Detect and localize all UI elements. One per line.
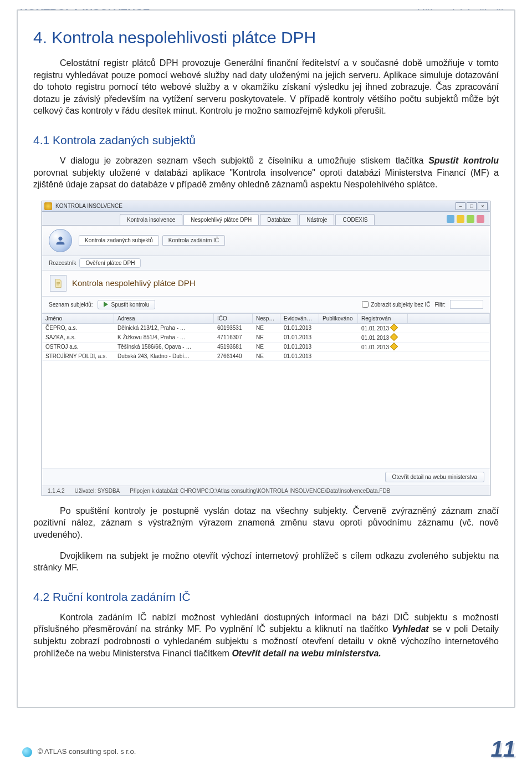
show-without-ic-checkbox[interactable]: Zobrazit subjekty bez IČ <box>362 301 430 308</box>
table-cell: OSTROJ a.s. <box>42 343 114 351</box>
table-cell: 60193531 <box>214 324 253 333</box>
filter-input[interactable] <box>450 300 483 309</box>
table-cell: NE <box>253 324 280 333</box>
table-cell: NE <box>253 333 280 342</box>
table-cell <box>408 324 490 333</box>
status-bar: 1.1.4.2 Uživatel: SYSDBA Připojen k data… <box>42 486 490 496</box>
table-cell <box>319 352 358 360</box>
col-publikovano[interactable]: Publikováno <box>319 314 358 323</box>
table-cell: 01.01.2013 <box>358 324 408 333</box>
show-without-ic-label: Zobrazit subjekty bez IČ <box>371 302 430 308</box>
warning-icon <box>390 324 398 332</box>
tab-nespolehlivy-platce[interactable]: Nespolehlivý plátce DPH <box>183 214 259 225</box>
play-icon <box>104 302 108 307</box>
list-label: Seznam subjektů: <box>49 302 93 308</box>
table-cell <box>408 343 490 351</box>
run-control-label: Spustit kontrolu <box>111 302 150 308</box>
breadcrumb: Rozcestník Ověření plátce DPH <box>42 256 490 271</box>
window-titlebar: KONTROLA INSOLVENCE – □ × <box>42 201 490 212</box>
quick-icon-1[interactable] <box>447 215 454 223</box>
subjects-grid: Jméno Adresa IČO Nesp… Evidován… Publiko… <box>42 313 490 468</box>
section-41-paragraph: V dialogu je zobrazen seznam všech subje… <box>33 155 499 191</box>
section-41-title: 4.1 Kontrola zadaných subjektů <box>33 134 499 147</box>
tab-kontrola-insolvence[interactable]: Kontrola insolvence <box>120 214 182 225</box>
col-spacer <box>408 314 490 323</box>
table-cell <box>319 333 358 342</box>
table-cell: 01.01.2013 <box>280 324 319 333</box>
quick-icon-2[interactable] <box>457 215 464 223</box>
table-cell: STROJÍRNY POLDI, a.s. <box>42 352 114 360</box>
window-title: KONTROLA INSOLVENCE <box>55 203 122 209</box>
table-row[interactable]: SAZKA, a.s.K Žižkovu 851/4, Praha - …471… <box>42 333 490 343</box>
filter-label: Filtr: <box>435 302 446 308</box>
section-41-bold: Spustit kontrolu <box>428 156 499 165</box>
tab-nastroje[interactable]: Nástroje <box>299 214 334 225</box>
tab-databaze[interactable]: Databáze <box>260 214 298 225</box>
table-cell: K Žižkovu 851/4, Praha - … <box>114 333 214 342</box>
module-icon <box>49 229 72 252</box>
footer: © ATLAS consulting spol. s r.o. <box>22 747 136 757</box>
table-cell: NE <box>253 343 280 351</box>
tab-codexis[interactable]: CODEXIS <box>335 214 375 225</box>
show-without-ic-input[interactable] <box>362 301 369 308</box>
breadcrumb-label: Rozcestník <box>49 260 76 266</box>
footer-button-row: Otevřít detail na webu ministerstva <box>42 468 490 486</box>
sub-toolbar: Kontrola zadaných subjektů Kontrola zadá… <box>42 226 490 256</box>
section-41-rest: porovnat subjekty uložené v databázi apl… <box>33 168 499 190</box>
table-row[interactable]: STROJÍRNY POLDI, a.s.Dubská 243, Kladno … <box>42 352 490 361</box>
col-nesp[interactable]: Nesp… <box>253 314 280 323</box>
panel-icon <box>50 275 66 292</box>
table-cell: Těšínská 1586/66, Opava - … <box>114 343 214 351</box>
close-button[interactable]: × <box>478 202 488 210</box>
panel-title-row: Kontrola nespolehlivý plátce DPH <box>42 271 490 297</box>
table-cell <box>408 352 490 360</box>
subtab-kontrola-ic[interactable]: Kontrola zadáním IČ <box>162 235 225 246</box>
footer-globe-icon <box>22 747 32 757</box>
run-control-button[interactable]: Spustit kontrolu <box>98 300 156 309</box>
app-screenshot: KONTROLA INSOLVENCE – □ × Kontrola insol… <box>42 201 490 496</box>
col-address[interactable]: Adresa <box>114 314 214 323</box>
col-name[interactable]: Jméno <box>42 314 114 323</box>
col-evidovan[interactable]: Evidován… <box>280 314 319 323</box>
table-cell: 01.01.2013 <box>358 343 408 351</box>
after-screenshot-p1: Po spuštění kontroly je postupně vyslán … <box>33 505 499 541</box>
toolbar-quick-icons <box>447 215 484 223</box>
after-screenshot-p2: Dvojklikem na subjekt je možno otevřít v… <box>33 550 499 574</box>
table-cell: Dělnická 213/12, Praha - … <box>114 324 214 333</box>
status-connection: Připojen k databázi: CHROMPC:D:\Atlas co… <box>130 488 390 494</box>
section-42-title: 4.2 Ruční kontrola zadáním IČ <box>33 590 499 604</box>
grid-body: ČEPRO, a.s.Dělnická 213/12, Praha - …601… <box>42 324 490 468</box>
quick-icon-4[interactable] <box>477 215 484 223</box>
table-cell: 45193681 <box>214 343 253 351</box>
breadcrumb-chip[interactable]: Ověření plátce DPH <box>79 258 141 268</box>
col-ico[interactable]: IČO <box>214 314 253 323</box>
section-42-paragraph: Kontrola zadáním IČ nabízí možnost vyhle… <box>33 611 499 659</box>
quick-icon-3[interactable] <box>467 215 474 223</box>
col-registrovan[interactable]: Registrován <box>358 314 408 323</box>
page-number: 11 <box>491 737 516 762</box>
warning-icon <box>390 333 398 341</box>
table-cell <box>358 352 408 360</box>
main-tabstrip: Kontrola insolvence Nespolehlivý plátce … <box>42 212 490 226</box>
grid-header: Jméno Adresa IČO Nesp… Evidován… Publiko… <box>42 313 490 324</box>
intro-paragraph: Celostátní registr plátců DPH provozuje … <box>33 57 499 117</box>
open-detail-button[interactable]: Otevřít detail na webu ministerstva <box>385 472 484 482</box>
table-row[interactable]: OSTROJ a.s.Těšínská 1586/66, Opava - …45… <box>42 343 490 352</box>
table-cell <box>319 324 358 333</box>
table-cell: 47116307 <box>214 333 253 342</box>
minimize-button[interactable]: – <box>456 202 466 210</box>
table-row[interactable]: ČEPRO, a.s.Dělnická 213/12, Praha - …601… <box>42 324 490 333</box>
subtab-kontrola-zadanych[interactable]: Kontrola zadaných subjektů <box>79 235 159 246</box>
footer-text: © ATLAS consulting spol. s r.o. <box>38 747 136 756</box>
document-icon <box>53 278 63 288</box>
table-cell: 01.01.2013 <box>358 333 408 342</box>
table-cell: 27661440 <box>214 352 253 360</box>
panel-title: Kontrola nespolehlivý plátce DPH <box>72 278 196 288</box>
status-user: Uživatel: SYSDBA <box>75 488 120 494</box>
table-cell: ČEPRO, a.s. <box>42 324 114 333</box>
table-cell <box>408 333 490 342</box>
maximize-button[interactable]: □ <box>467 202 477 210</box>
action-bar: Seznam subjektů: Spustit kontrolu Zobraz… <box>42 297 490 313</box>
table-cell: Dubská 243, Kladno - Dubí… <box>114 352 214 360</box>
table-cell: 01.01.2013 <box>280 333 319 342</box>
